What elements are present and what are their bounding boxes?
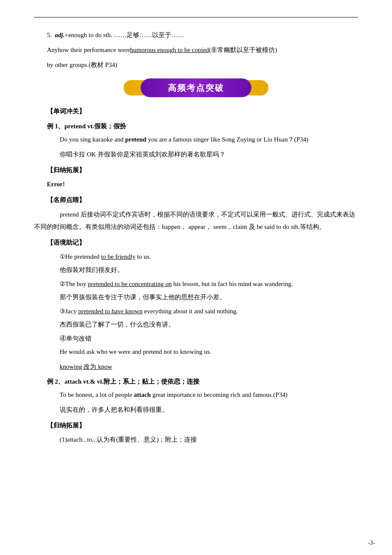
section5-adj: adj. [55, 32, 65, 38]
error-title: Error! [34, 179, 358, 190]
n1-suffix: to us. [135, 253, 151, 260]
expand-title: 【归纳拓展】 [34, 165, 358, 176]
numbered-item-3: ③Jacy pretended to have known everything… [34, 306, 358, 317]
numbered-item-1: ①He pretended to be friendly to us. [34, 251, 358, 263]
expand2-title: 【归纳拓展】 [34, 420, 358, 431]
example1-en: Do you sing karaoke and pretend you are … [34, 134, 358, 145]
section5-number: 5. [47, 32, 52, 38]
numbered-item-4-title: ④单句改错 [34, 333, 358, 344]
word-section: 【单词冲关】 例 1、pretend vt.假装；假扮 Do you sing … [34, 106, 358, 445]
example1-cn: 你唱卡拉 OK 并假装你是宋祖英或刘欢那样的著名歌星吗？ [34, 149, 358, 160]
section5-example-cn-paren: (非常幽默以至于被模仿) [209, 46, 277, 53]
teacher-note-content: pretend 后接动词不定式作宾语时，根据不同的语境要求，不定式可以采用一般式… [34, 211, 355, 230]
section5-example2: by other groups.(教材 P34) [34, 59, 358, 71]
example1-title: 例 1、pretend vt.假装；假扮 [34, 121, 358, 132]
section-5: 5. adj.+enough to do sth. ……足够……以至于…… An… [34, 29, 358, 71]
numbered4-en: He would ask who we were and pretend not… [34, 346, 358, 358]
example2-title: 例 2、attach vt.& vi.附上；系上；贴上；使依恋；连接 [34, 376, 358, 387]
n1-prefix: ①He pretended [60, 253, 101, 260]
banner-text: 高频考点突破 [168, 82, 224, 94]
n1-underline: to be friendly [101, 253, 135, 260]
banner: 高频考点突破 [124, 78, 268, 97]
example1-en-prefix: Do you sing karaoke and pretend you are … [60, 136, 308, 143]
teacher-note-text: pretend 后接动词不定式作宾语时，根据不同的语境要求，不定式可以采用一般式… [34, 208, 358, 233]
top-divider [34, 17, 358, 17]
error-text: Error! [47, 181, 65, 188]
numbered-item-2: ②The boy pretended to be concentrating o… [34, 278, 358, 290]
example2-title-text: 例 2、attach vt.& vi.附上；系上；贴上；使依恋；连接 [47, 378, 199, 385]
example2-en-bold: attach [134, 391, 151, 398]
n1-cn: 他假装对我们很友好。 [34, 264, 358, 276]
section5-header: 5. adj.+enough to do sth. ……足够……以至于…… [34, 29, 358, 41]
teacher-note-title: 【名师点睛】 [34, 194, 358, 206]
n2-suffix: his lesson, but in fact his mind was wan… [172, 280, 293, 287]
expand2-item1: (1)attach...to...认为有(重要性、意义)；附上；连接 [34, 434, 358, 445]
n3-suffix: everything about it and said nothing. [143, 308, 238, 315]
section5-text1: +enough to do sth. ……足够……以至于…… [65, 32, 184, 38]
section5-example-underline: humorous enough to be copied [130, 46, 209, 53]
section5-example-en: Anyhow their performance were [47, 46, 130, 53]
numbered4-correction: knowing 改为 know [34, 361, 358, 373]
example1-title-text: 例 1、pretend vt.假装；假扮 [47, 123, 126, 130]
context-title: 【语境助记】 [34, 237, 358, 249]
bracket-word-title: 【单词冲关】 [34, 106, 358, 117]
banner-container: 高频考点突破 [34, 78, 358, 97]
n3-underline: pretended to have known [78, 308, 142, 315]
n2-underline: pretended to be concentrating on [88, 280, 172, 287]
example2-en-prefix: To be honest, a lot of people [60, 391, 134, 398]
section5-example-en2: by other groups.(教材 P34) [47, 61, 117, 68]
n2-cn: 那个男孩假装在专注于功课，但事实上他的思想在开小差。 [34, 292, 358, 303]
n3-prefix: ③Jacy [60, 308, 78, 315]
n3-cn: 杰西假装已了解了一切，什么也没有讲。 [34, 319, 358, 330]
example2-en: To be honest, a lot of people attach gre… [34, 389, 358, 401]
page-number: -3- [368, 540, 375, 546]
n2-prefix: ②The boy [60, 280, 88, 287]
section5-example: Anyhow their performance werehumorous en… [34, 44, 358, 56]
example2-en-suffix: great importance to becoming rich and fa… [151, 391, 288, 398]
example2-cn: 说实在的，许多人把名和利看得很重。 [34, 404, 358, 416]
numbered4-correction-text: knowing 改为 know [60, 363, 112, 370]
